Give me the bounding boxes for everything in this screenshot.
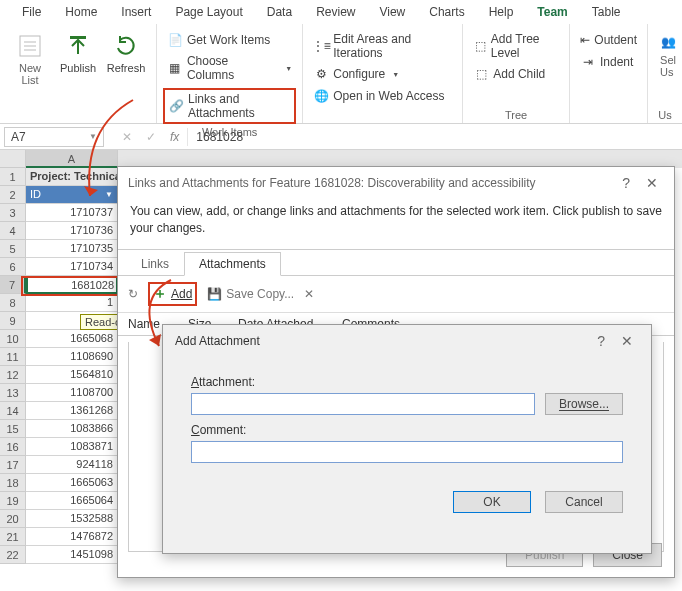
menu-view[interactable]: View (367, 1, 417, 23)
configure-button[interactable]: ⚙Configure (309, 64, 456, 84)
tab-attachments[interactable]: Attachments (184, 252, 281, 276)
edit-areas-button[interactable]: ⋮≡Edit Areas and Iterations (309, 30, 456, 62)
cancel-button[interactable]: Cancel (545, 491, 623, 513)
indent-button[interactable]: ⇥Indent (576, 52, 641, 72)
new-list-button[interactable]: NewList (6, 28, 54, 107)
save-copy-button[interactable]: 💾Save Copy... (207, 287, 294, 301)
users-icon: 👥 (656, 30, 680, 54)
add-child-button[interactable]: ⬚Add Child (469, 64, 563, 84)
select-users-button[interactable]: 👥 SelUs (654, 28, 682, 107)
open-web-access-button[interactable]: 🌐Open in Web Access (309, 86, 456, 106)
cell[interactable]: 1681028 (26, 276, 118, 294)
refresh-attachments-button[interactable]: ↻ (128, 287, 138, 301)
row-header[interactable]: 12 (0, 366, 26, 384)
row-header[interactable]: 10 (0, 330, 26, 348)
dialog1-close-icon[interactable]: ✕ (640, 175, 664, 191)
ribbon-group-users-label: Us (654, 107, 676, 121)
outdent-button[interactable]: ⇤Outdent (576, 30, 641, 50)
cell[interactable]: 1108690 (26, 348, 118, 366)
row-header[interactable]: 2 (0, 186, 26, 204)
row-header[interactable]: 18 (0, 474, 26, 492)
table-row: 1361268 (26, 402, 118, 420)
dialog1-help-button[interactable]: ? (612, 175, 640, 191)
row-header[interactable]: 3 (0, 204, 26, 222)
row-header[interactable]: 4 (0, 222, 26, 240)
row-header[interactable]: 22 (0, 546, 26, 564)
get-work-items-button[interactable]: 📄Get Work Items (163, 30, 296, 50)
delete-attachment-button[interactable]: ✕ (304, 287, 314, 301)
row-header[interactable]: 16 (0, 438, 26, 456)
cancel-formula-icon[interactable]: ✕ (122, 130, 132, 144)
cell[interactable]: 1476872 (26, 528, 118, 546)
row-header[interactable]: 9 (0, 312, 26, 330)
dialog2-close-icon[interactable]: ✕ (615, 333, 639, 349)
cell[interactable]: 1564810 (26, 366, 118, 384)
menu-help[interactable]: Help (477, 1, 526, 23)
configure-label: Configure (333, 67, 385, 81)
browse-button[interactable]: Browse... (545, 393, 623, 415)
menu-data[interactable]: Data (255, 1, 304, 23)
row-header[interactable]: 21 (0, 528, 26, 546)
row-header[interactable]: 6 (0, 258, 26, 276)
cell[interactable]: 1665068 (26, 330, 118, 348)
publish-button[interactable]: Publish (54, 28, 102, 107)
menu-team[interactable]: Team (525, 1, 579, 23)
menu-review[interactable]: Review (304, 1, 367, 23)
cell[interactable]: 1083866 (26, 420, 118, 438)
ok-button[interactable]: OK (453, 491, 531, 513)
cell[interactable]: ID▼ (26, 186, 118, 204)
cell[interactable]: 1 (26, 294, 118, 312)
add-tree-level-button[interactable]: ⬚Add Tree Level (469, 30, 563, 62)
table-row: 1710734 (26, 258, 118, 276)
row-header[interactable]: 14 (0, 402, 26, 420)
menu-pagelayout[interactable]: Page Layout (163, 1, 254, 23)
cell[interactable]: 1108700 (26, 384, 118, 402)
cell[interactable]: 1451098 (26, 546, 118, 564)
menu-charts[interactable]: Charts (417, 1, 476, 23)
row-header[interactable]: 7 (0, 276, 26, 294)
choose-columns-button[interactable]: ▦Choose Columns (163, 52, 296, 84)
row-header[interactable]: 17 (0, 456, 26, 474)
links-attachments-button[interactable]: 🔗Links and Attachments (163, 88, 296, 124)
select-all-cell[interactable] (0, 150, 26, 168)
row-header[interactable]: 11 (0, 348, 26, 366)
name-box[interactable]: A7 ▼ (4, 127, 104, 147)
enter-formula-icon[interactable]: ✓ (146, 130, 156, 144)
row-header[interactable]: 19 (0, 492, 26, 510)
cell[interactable]: 1083871 (26, 438, 118, 456)
comment-field-label: Comment: (191, 423, 623, 437)
fx-icon[interactable]: fx (170, 130, 179, 144)
cell[interactable]: 1665063 (26, 474, 118, 492)
col-header-a[interactable]: A (26, 150, 118, 168)
cell[interactable]: 1361268 (26, 402, 118, 420)
add-tree-label: Add Tree Level (491, 32, 559, 60)
cell[interactable]: 1710734 (26, 258, 118, 276)
formula-input[interactable]: 1681028 (187, 128, 682, 146)
cell[interactable]: 1710735 (26, 240, 118, 258)
refresh-button[interactable]: Refresh (102, 28, 150, 107)
cell[interactable]: 924118 (26, 456, 118, 474)
cell[interactable]: 1710736 (26, 222, 118, 240)
menu-file[interactable]: File (10, 1, 53, 23)
attachment-path-input[interactable] (191, 393, 535, 415)
row-header[interactable]: 13 (0, 384, 26, 402)
table-row: 1451098 (26, 546, 118, 564)
cell[interactable]: 1532588 (26, 510, 118, 528)
cells-container: Project: TechnicaID▼17107371710736171073… (26, 168, 118, 564)
cell[interactable]: 1665064 (26, 492, 118, 510)
choose-columns-label: Choose Columns (187, 54, 278, 82)
dialog2-help-button[interactable]: ? (587, 333, 615, 349)
tab-links[interactable]: Links (126, 252, 184, 276)
menu-home[interactable]: Home (53, 1, 109, 23)
cell[interactable]: Project: Technica (26, 168, 118, 186)
comment-input[interactable] (191, 441, 623, 463)
row-header[interactable]: 20 (0, 510, 26, 528)
cell[interactable]: 1710737 (26, 204, 118, 222)
menu-table[interactable]: Table (580, 1, 633, 23)
add-attachment-button[interactable]: ＋ Add (153, 285, 192, 303)
row-header[interactable]: 8 (0, 294, 26, 312)
menu-insert[interactable]: Insert (109, 1, 163, 23)
row-header[interactable]: 1 (0, 168, 26, 186)
row-header[interactable]: 15 (0, 420, 26, 438)
row-header[interactable]: 5 (0, 240, 26, 258)
